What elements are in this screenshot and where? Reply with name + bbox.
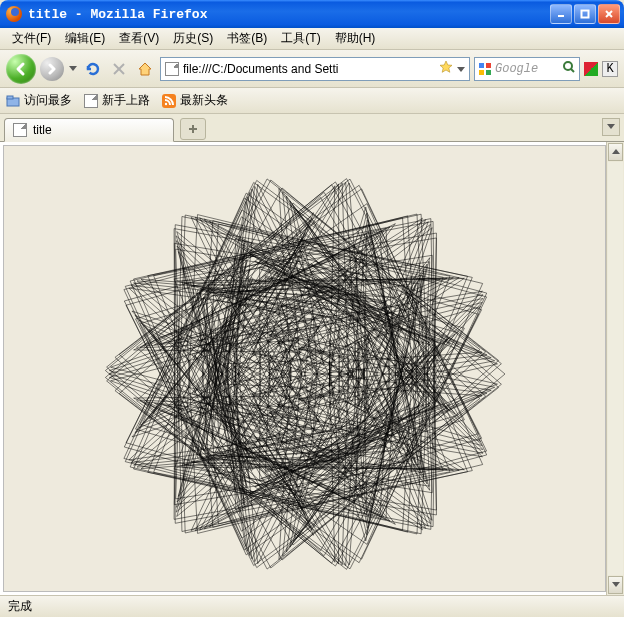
content-area — [0, 142, 624, 595]
firefox-icon — [6, 6, 22, 22]
reload-button[interactable] — [82, 58, 104, 80]
address-bar[interactable]: file:///C:/Documents and Setti — [160, 57, 470, 81]
svg-rect-13 — [486, 70, 491, 75]
bookmark-most-visited[interactable]: 访问最多 — [6, 92, 72, 109]
svg-rect-1 — [582, 11, 589, 18]
url-text: file:///C:/Documents and Setti — [183, 62, 435, 76]
bookmark-label: 新手上路 — [102, 92, 150, 109]
new-tab-button[interactable] — [180, 118, 206, 140]
svg-marker-8 — [440, 61, 452, 72]
window-title: title - Mozilla Firefox — [28, 7, 207, 22]
stop-button[interactable] — [108, 58, 130, 80]
bookmark-latest-headlines[interactable]: 最新头条 — [162, 92, 228, 109]
window-close-button[interactable] — [598, 4, 620, 24]
svg-marker-4 — [69, 66, 77, 71]
svg-marker-7 — [139, 63, 151, 75]
svg-marker-21 — [607, 124, 615, 129]
window-titlebar: title - Mozilla Firefox — [0, 0, 624, 28]
svg-rect-11 — [486, 63, 491, 68]
svg-marker-22 — [612, 149, 620, 154]
menu-bar: 文件(F) 编辑(E) 查看(V) 历史(S) 书签(B) 工具(T) 帮助(H… — [0, 28, 624, 50]
bookmark-label: 最新头条 — [180, 92, 228, 109]
menu-bookmarks[interactable]: 书签(B) — [221, 28, 273, 49]
svg-rect-17 — [7, 96, 13, 99]
forward-button[interactable] — [40, 57, 64, 81]
window-maximize-button[interactable] — [574, 4, 596, 24]
back-button[interactable] — [6, 54, 36, 84]
search-placeholder: Google — [495, 62, 559, 76]
vertical-scrollbar[interactable] — [606, 142, 624, 595]
tab-active[interactable]: title — [4, 118, 174, 142]
menu-tools[interactable]: 工具(T) — [275, 28, 326, 49]
tab-strip: title — [0, 114, 624, 142]
search-go-icon[interactable] — [562, 60, 576, 77]
search-bar[interactable]: Google — [474, 57, 580, 81]
menu-view[interactable]: 查看(V) — [113, 28, 165, 49]
url-dropdown-icon[interactable] — [457, 62, 465, 76]
menu-history[interactable]: 历史(S) — [167, 28, 219, 49]
page-icon — [165, 62, 179, 76]
menu-help[interactable]: 帮助(H) — [329, 28, 382, 49]
menu-file[interactable]: 文件(F) — [6, 28, 57, 49]
status-bar: 完成 — [0, 595, 624, 617]
window-minimize-button[interactable] — [550, 4, 572, 24]
rose-curve-canvas — [25, 149, 585, 589]
navigation-toolbar: file:///C:/Documents and Setti Google K — [0, 50, 624, 88]
status-text: 完成 — [8, 598, 32, 615]
folder-icon — [6, 94, 20, 108]
scroll-up-icon[interactable] — [608, 143, 623, 161]
svg-rect-10 — [479, 63, 484, 68]
svg-rect-12 — [479, 70, 484, 75]
scroll-track[interactable] — [608, 162, 623, 575]
addon-k-button[interactable]: K — [602, 61, 618, 77]
page-viewport — [3, 145, 606, 592]
tab-label: title — [33, 123, 52, 137]
kaspersky-icon[interactable] — [584, 62, 598, 76]
history-dropdown-icon[interactable] — [68, 66, 78, 72]
tab-list-dropdown-icon[interactable] — [602, 118, 620, 136]
svg-marker-9 — [457, 67, 465, 72]
bookmark-label: 访问最多 — [24, 92, 72, 109]
bookmark-star-icon[interactable] — [439, 60, 453, 77]
page-icon — [84, 94, 98, 108]
svg-marker-23 — [612, 582, 620, 587]
bookmark-getting-started[interactable]: 新手上路 — [84, 92, 150, 109]
bookmarks-toolbar: 访问最多 新手上路 最新头条 — [0, 88, 624, 114]
scroll-down-icon[interactable] — [608, 576, 623, 594]
rss-icon — [162, 94, 176, 108]
menu-edit[interactable]: 编辑(E) — [59, 28, 111, 49]
page-icon — [13, 123, 27, 137]
svg-point-14 — [564, 62, 572, 70]
svg-point-18 — [165, 102, 167, 104]
home-button[interactable] — [134, 58, 156, 80]
svg-line-15 — [571, 69, 574, 72]
google-icon — [478, 62, 492, 76]
